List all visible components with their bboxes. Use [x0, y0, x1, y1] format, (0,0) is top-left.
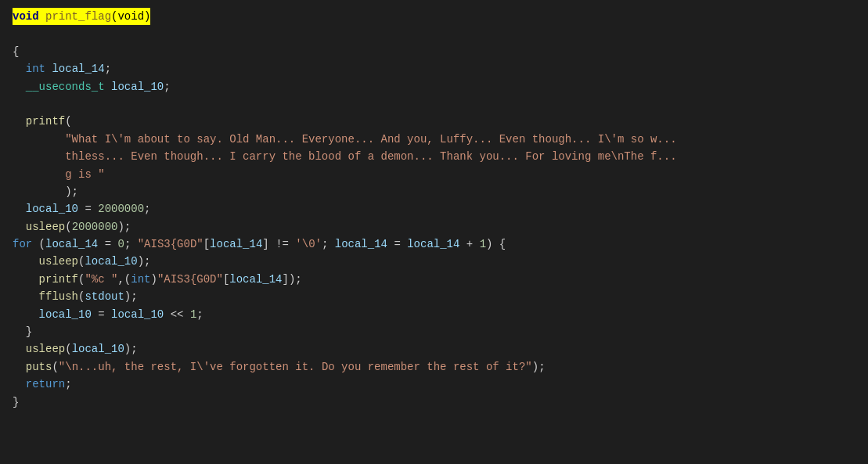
code-line-20: usleep(local_10);	[0, 340, 868, 358]
code-line-23: }	[0, 394, 868, 411]
code-line-6	[0, 95, 868, 113]
code-line-14: for (local_14 = 0; "AIS3{G0D"[local_14] …	[0, 236, 868, 253]
code-line-7: printf(	[0, 113, 868, 130]
code-line-17: fflush(stdout);	[0, 288, 868, 305]
code-line-1: void print_flag(void)	[0, 8, 868, 25]
code-line-2	[0, 25, 868, 42]
code-line-16: printf("%c ",(int)"AIS3{G0D"[local_14]);	[0, 271, 868, 288]
code-line-13: usleep(2000000);	[0, 218, 868, 236]
code-line-11: );	[0, 183, 868, 200]
code-line-12: local_10 = 2000000;	[0, 200, 868, 218]
code-line-4: int local_14;	[0, 60, 868, 77]
code-line-10: g is "	[0, 166, 868, 183]
code-line-22: return;	[0, 376, 868, 393]
code-line-9: thless... Even though... I carry the blo…	[0, 148, 868, 165]
code-line-5: __useconds_t local_10;	[0, 78, 868, 95]
code-line-21: puts("\n...uh, the rest, I\'ve forgotten…	[0, 358, 868, 376]
code-container: void print_flag(void) { int local_14; __…	[0, 0, 868, 464]
code-line-18: local_10 = local_10 << 1;	[0, 306, 868, 323]
code-line-15: usleep(local_10);	[0, 253, 868, 270]
code-line-3: {	[0, 43, 868, 60]
code-line-19: }	[0, 323, 868, 340]
code-line-8: "What I\'m about to say. Old Man... Ever…	[0, 131, 868, 148]
